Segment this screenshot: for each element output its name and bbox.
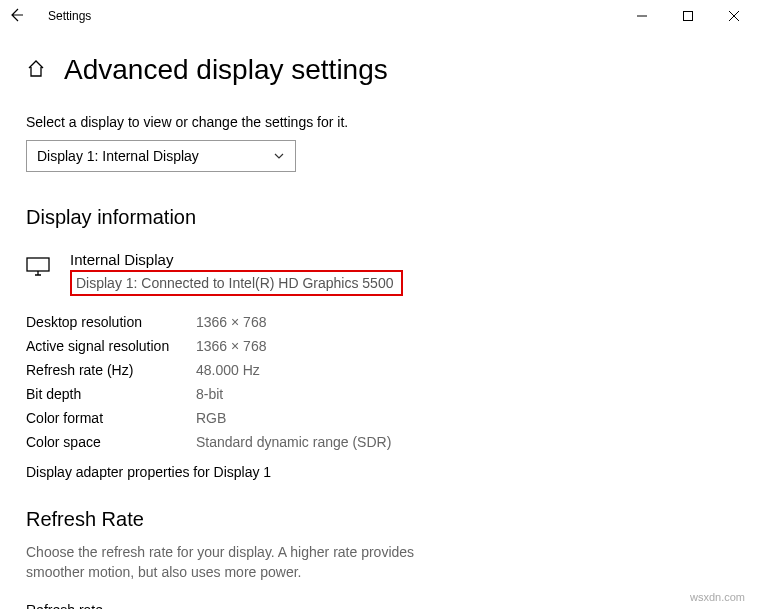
active-resolution-label: Active signal resolution	[26, 338, 196, 354]
title-bar: Settings	[0, 0, 757, 32]
back-button[interactable]	[8, 7, 24, 26]
arrow-left-icon	[8, 7, 24, 23]
desktop-resolution-value: 1366 × 768	[196, 314, 731, 330]
page-header: Advanced display settings	[26, 54, 731, 86]
page-title: Advanced display settings	[64, 54, 388, 86]
refresh-rate-heading: Refresh Rate	[26, 508, 731, 531]
display-adapter-link[interactable]: Display adapter properties for Display 1	[26, 464, 731, 480]
desktop-resolution-label: Desktop resolution	[26, 314, 196, 330]
refresh-rate-hz-label: Refresh rate (Hz)	[26, 362, 196, 378]
bit-depth-label: Bit depth	[26, 386, 196, 402]
display-info-heading: Display information	[26, 206, 731, 229]
display-info-table: Desktop resolution 1366 × 768 Active sig…	[26, 314, 731, 450]
active-resolution-value: 1366 × 768	[196, 338, 731, 354]
bit-depth-value: 8-bit	[196, 386, 731, 402]
close-icon	[729, 11, 739, 21]
maximize-icon	[683, 11, 693, 21]
content-area: Advanced display settings Select a displ…	[0, 32, 757, 609]
window-title: Settings	[48, 9, 91, 23]
window-controls	[619, 0, 757, 32]
minimize-button[interactable]	[619, 0, 665, 32]
color-format-label: Color format	[26, 410, 196, 426]
color-space-label: Color space	[26, 434, 196, 450]
title-bar-left: Settings	[8, 7, 91, 26]
display-select-value: Display 1: Internal Display	[37, 148, 199, 164]
svg-rect-0	[684, 12, 693, 21]
color-format-value: RGB	[196, 410, 731, 426]
chevron-down-icon	[273, 150, 285, 162]
monitor-icon	[26, 251, 50, 280]
home-button[interactable]	[26, 59, 46, 82]
color-space-value: Standard dynamic range (SDR)	[196, 434, 731, 450]
display-select-prompt: Select a display to view or change the s…	[26, 114, 731, 130]
minimize-icon	[637, 11, 647, 21]
refresh-rate-hz-value: 48.000 Hz	[196, 362, 731, 378]
refresh-rate-label: Refresh rate	[26, 602, 731, 609]
home-icon	[26, 59, 46, 79]
display-connection: Display 1: Connected to Intel(R) HD Grap…	[70, 270, 403, 296]
maximize-button[interactable]	[665, 0, 711, 32]
refresh-rate-description: Choose the refresh rate for your display…	[26, 543, 446, 582]
display-name: Internal Display	[70, 251, 403, 268]
watermark: wsxdn.com	[690, 591, 745, 603]
close-button[interactable]	[711, 0, 757, 32]
display-info-text: Internal Display Display 1: Connected to…	[70, 251, 403, 296]
display-select[interactable]: Display 1: Internal Display	[26, 140, 296, 172]
svg-rect-1	[27, 258, 49, 271]
display-info-block: Internal Display Display 1: Connected to…	[26, 251, 731, 296]
